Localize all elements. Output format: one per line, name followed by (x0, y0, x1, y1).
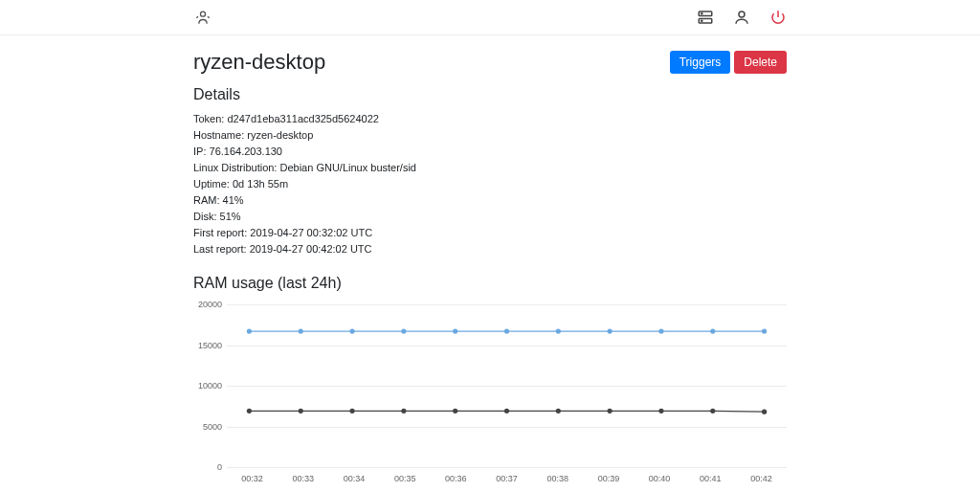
svg-point-8 (349, 329, 354, 334)
detail-first-report: First report: 2019-04-27 00:32:02 UTC (193, 225, 787, 241)
svg-point-15 (710, 329, 715, 334)
svg-point-14 (658, 329, 663, 334)
svg-point-27 (762, 410, 767, 414)
svg-point-26 (710, 409, 715, 414)
svg-point-23 (556, 409, 561, 414)
details-heading: Details (193, 86, 787, 103)
ram-chart: 05000100001500020000 00:3200:3300:3400:3… (193, 300, 787, 492)
header-actions: Triggers Delete (670, 51, 787, 74)
detail-uptime: Uptime: 0d 13h 55m (193, 176, 787, 192)
nav-icons (697, 9, 787, 26)
ram-chart-heading: RAM usage (last 24h) (193, 275, 787, 292)
svg-point-6 (247, 329, 252, 334)
svg-point-7 (299, 329, 303, 334)
svg-point-5 (739, 11, 745, 17)
detail-token: Token: d247d1eba311acd325d5624022 (193, 111, 787, 127)
detail-ram: RAM: 41% (193, 192, 787, 209)
user-icon[interactable] (733, 9, 750, 26)
detail-hostname: Hostname: ryzen-desktop (193, 127, 787, 144)
svg-point-25 (658, 409, 663, 414)
svg-point-0 (201, 11, 206, 16)
detail-distro: Linux Distribution: Debian GNU/Linux bus… (193, 160, 787, 176)
svg-point-3 (702, 13, 702, 14)
detail-disk: Disk: 51% (193, 209, 787, 225)
ram-chart-section: RAM usage (last 24h) 0500010000150002000… (193, 275, 787, 492)
svg-point-16 (762, 329, 767, 334)
svg-point-24 (608, 409, 612, 414)
svg-point-11 (504, 329, 509, 334)
detail-ip: IP: 76.164.203.130 (193, 144, 787, 160)
detail-last-report: Last report: 2019-04-27 00:42:02 UTC (193, 241, 787, 257)
svg-point-22 (504, 409, 509, 414)
svg-point-21 (453, 409, 457, 414)
page-container: ryzen-desktop Triggers Delete Details To… (193, 50, 787, 492)
svg-point-9 (401, 329, 406, 334)
svg-point-13 (608, 329, 612, 334)
servers-icon[interactable] (697, 9, 714, 26)
svg-point-18 (299, 409, 303, 414)
svg-point-4 (702, 20, 702, 21)
power-icon[interactable] (769, 9, 787, 26)
svg-point-12 (556, 329, 561, 334)
svg-point-10 (453, 329, 457, 334)
topbar (0, 0, 980, 35)
delete-button[interactable]: Delete (734, 51, 787, 74)
app-logo[interactable] (193, 8, 212, 27)
svg-point-20 (401, 409, 406, 414)
triggers-button[interactable]: Triggers (670, 51, 731, 74)
details-section: Details Token: d247d1eba311acd325d562402… (193, 86, 787, 257)
page-title: ryzen-desktop (193, 50, 325, 75)
svg-point-17 (247, 409, 252, 414)
svg-point-19 (349, 409, 354, 414)
page-header: ryzen-desktop Triggers Delete (193, 50, 787, 75)
